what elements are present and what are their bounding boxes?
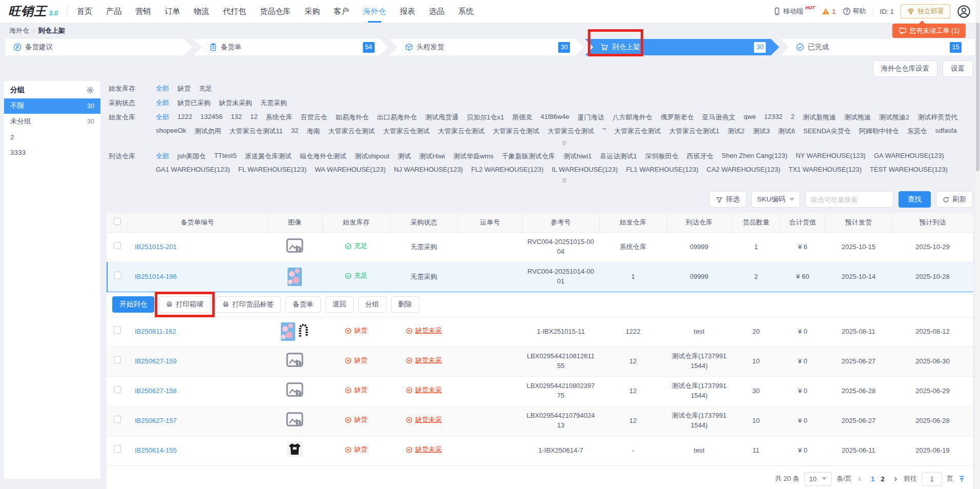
tshirt-photo[interactable] — [287, 441, 302, 460]
nav-item[interactable]: 代打包 — [223, 0, 246, 23]
broken-image[interactable] — [286, 238, 303, 256]
flower-photo[interactable] — [281, 322, 295, 341]
filter-option[interactable]: 喜运达测试1 — [600, 152, 637, 161]
filter-option[interactable]: 全部 — [156, 98, 169, 108]
expand-filter-button[interactable] — [156, 177, 973, 184]
filter-option[interactable]: 测试Hiwi — [419, 152, 445, 161]
filter-option[interactable]: 大管家云仓测试1 — [669, 127, 719, 136]
filter-option[interactable]: IL WAREHOUSE(123) — [552, 166, 618, 173]
workflow-step[interactable]: 已完成15 — [781, 39, 975, 55]
nav-item[interactable]: 订单 — [165, 0, 180, 23]
filter-option[interactable]: 1222 — [177, 113, 192, 122]
filter-option[interactable]: 测试shipout — [355, 152, 390, 161]
prev-page-button[interactable]: ‹ — [856, 474, 863, 483]
nav-item[interactable]: 报表 — [400, 0, 415, 23]
filter-option[interactable]: FL2 WAREHOUSE(123) — [471, 166, 543, 173]
filter-option[interactable]: 海南 — [307, 127, 320, 136]
order-id-link[interactable]: IB250811-162 — [135, 328, 176, 335]
workflow-step[interactable]: 备货建议 — [5, 39, 192, 55]
order-id-link[interactable]: IB251014-196 — [135, 273, 177, 280]
nav-item[interactable]: 物流 — [194, 0, 209, 23]
filter-option[interactable]: 充足 — [199, 84, 212, 93]
filter-option[interactable]: FL1 WAREHOUSE(123) — [626, 166, 698, 173]
filter-option[interactable]: 出口易海外仓 — [377, 113, 417, 122]
order-id-link[interactable]: IB250627-159 — [135, 357, 177, 365]
filter-option[interactable]: GA1 WAREHOUSE(123) — [156, 166, 230, 173]
filter-option[interactable]: 大管家云仓测试 — [614, 127, 661, 136]
filter-option[interactable]: qwe — [744, 113, 756, 122]
filter-option[interactable]: 大管家云仓测试11 — [229, 127, 283, 136]
broken-image[interactable] — [286, 382, 303, 400]
return-button[interactable]: 退回 — [325, 296, 354, 313]
filter-option[interactable]: NJ WAREHOUSE(123) — [394, 166, 463, 173]
nav-item[interactable]: 首页 — [77, 0, 92, 23]
help-link[interactable]: 帮助 — [843, 7, 866, 16]
row-checkbox[interactable] — [114, 416, 121, 423]
filter-option[interactable]: 测试 — [398, 152, 411, 161]
nav-item[interactable]: 海外仓 — [363, 0, 386, 23]
filter-option[interactable]: TX1 WAREHOUSE(123) — [789, 166, 862, 173]
row-checkbox[interactable] — [114, 386, 121, 393]
order-id-link[interactable]: IB251015-201 — [135, 243, 177, 251]
filter-option[interactable]: 测试熊迪2 — [879, 113, 909, 122]
nav-item[interactable]: 货品仓库 — [260, 0, 291, 23]
order-id-link[interactable]: IB250627-158 — [135, 387, 177, 395]
filter-option[interactable]: SEENDA尖货仓 — [803, 127, 850, 136]
nav-item[interactable]: 客户 — [334, 0, 349, 23]
delete-button[interactable]: 删除 — [391, 296, 419, 313]
filter-option[interactable]: 贝加尔1仓x1 — [466, 113, 504, 122]
filter-option[interactable]: 无需采购 — [260, 98, 287, 108]
nav-item[interactable]: 产品 — [106, 0, 121, 23]
filter-option[interactable]: TEST WAREHOUSE(123) — [870, 166, 948, 173]
filter-option[interactable]: 全部 — [156, 84, 169, 93]
filter-option[interactable]: 2 — [791, 113, 794, 122]
group-item[interactable]: 2 — [4, 129, 100, 145]
filter-option[interactable]: 缺货未采购 — [219, 98, 252, 108]
row-checkbox[interactable] — [114, 356, 121, 363]
group-item[interactable]: 不限30 — [4, 98, 100, 114]
refresh-button[interactable]: 刷新 — [936, 191, 973, 208]
goto-page-input[interactable] — [922, 472, 942, 486]
filter-option[interactable]: jsh美国仓 — [177, 152, 206, 161]
filter-option[interactable]: 132456 — [200, 113, 222, 122]
group-button[interactable]: 分组 — [358, 296, 386, 313]
breadcrumb-parent[interactable]: 海外仓 — [9, 26, 29, 35]
stocking-list-button[interactable]: 备货单 — [285, 296, 321, 313]
filter-option[interactable]: 测试新熊迪 — [803, 113, 836, 122]
filter-option[interactable]: 测试2 — [728, 127, 745, 136]
back-to-top-button[interactable] — [958, 475, 966, 483]
filter-option[interactable]: 深圳板田仓 — [645, 152, 679, 161]
nav-item[interactable]: 选品 — [429, 0, 444, 23]
mobile-app-link[interactable]: 移动端 HOT — [773, 7, 815, 16]
flower-photo[interactable] — [288, 268, 302, 286]
filter-option[interactable]: 阿姆勒中转仓 — [859, 127, 899, 136]
filter-option[interactable]: 派送翼仓库测试 — [245, 152, 292, 161]
broken-image[interactable] — [286, 412, 303, 430]
filter-option[interactable]: 系统仓库 — [266, 113, 292, 122]
filter-option[interactable]: 西班牙仓 — [687, 152, 713, 161]
filter-option[interactable]: 百世云仓 — [300, 113, 327, 122]
filter-option[interactable]: 12 — [250, 113, 257, 122]
filter-option[interactable]: GA WAREHOUSE(123) — [874, 152, 944, 161]
filter-option[interactable]: 测试3 — [753, 127, 770, 136]
filter-option[interactable]: 12332 — [764, 113, 783, 122]
search-button[interactable]: 查找 — [899, 191, 931, 208]
filter-option[interactable]: 大管家云仓测试 — [438, 127, 484, 136]
filter-option[interactable]: 福仓海外仓测试 — [300, 152, 346, 161]
group-item[interactable]: 3333 — [4, 145, 100, 160]
select-all-checkbox[interactable] — [114, 218, 121, 225]
filter-option[interactable]: 亚马逊燕文 — [702, 113, 736, 122]
filter-option[interactable]: 八方邮海外仓 — [612, 113, 652, 122]
filter-option[interactable]: 测试华磊wms — [453, 152, 494, 161]
filter-option[interactable]: 俄罗斯老仓 — [661, 113, 694, 122]
filter-option[interactable]: 厦门海达 — [578, 113, 604, 122]
filter-option[interactable]: 如易海外仓 — [335, 113, 369, 122]
filter-option[interactable]: shopeeOk — [156, 127, 186, 136]
filter-option[interactable]: 全部 — [156, 113, 169, 122]
purchase-status-link[interactable]: 缺货未采 — [415, 445, 442, 455]
filter-option[interactable]: 千象新版测试仓库 — [502, 152, 555, 161]
purchase-status-link[interactable]: 缺货未采 — [415, 415, 442, 425]
page-size-select[interactable]: 10 — [804, 472, 832, 486]
filter-option[interactable]: 全部 — [156, 152, 169, 161]
search-input[interactable] — [805, 191, 893, 208]
